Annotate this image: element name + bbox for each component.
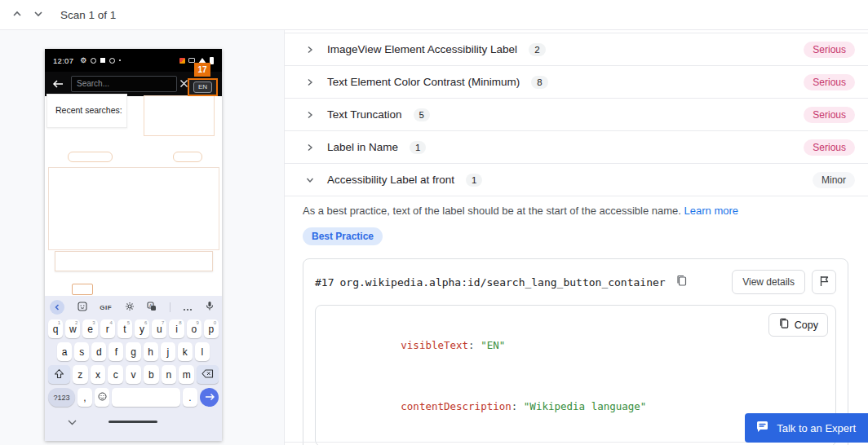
severity-badge: Serious: [804, 107, 855, 123]
search-placeholder: Search...: [77, 79, 109, 88]
severity-badge: Serious: [804, 139, 855, 156]
code-line: visibleText: "EN": [327, 315, 824, 376]
issue-detail-section: As a best practice, text of the label sh…: [285, 196, 868, 445]
nav-handle: [108, 421, 157, 423]
chat-icon: [755, 421, 769, 436]
talk-to-expert-button[interactable]: Talk to an Expert: [745, 413, 868, 443]
chevron-right-icon: [306, 78, 314, 86]
phone-nav-area: [45, 407, 222, 431]
issue-count-badge: 8: [531, 76, 547, 89]
back-arrow-icon: [52, 78, 64, 90]
language-button-label: EN: [193, 82, 212, 93]
emoji-icon: [98, 392, 107, 403]
enter-key: [200, 388, 219, 407]
screenshot-panel: 12:07 ⚙: [0, 30, 284, 445]
key-n: n: [162, 365, 177, 384]
element-highlight-chip: [173, 152, 202, 162]
next-scan-button[interactable]: [28, 4, 49, 25]
keyboard-toolbar: GIF A: [45, 296, 222, 315]
period-key: .: [183, 388, 197, 407]
key-r: 4r: [100, 319, 115, 338]
issue-row-label-in-name[interactable]: Label in Name 1 Serious: [285, 131, 868, 164]
flag-issue-button[interactable]: [812, 270, 836, 294]
key-m: m: [179, 365, 194, 384]
key-z: z: [73, 365, 88, 384]
element-highlight-box: [48, 167, 219, 250]
severity-badge: Minor: [813, 172, 855, 188]
status-notification-icons: ⚙: [80, 57, 121, 64]
key-x: x: [91, 365, 106, 384]
keyboard-row-1: 1q 2w 3e 4r 5t 6y 7u 8i 9o 0p: [45, 319, 222, 338]
copy-icon: [675, 275, 688, 289]
screen-record-icon: [179, 58, 185, 64]
key-y: 6y: [135, 319, 149, 338]
phone-search-input: Search...: [71, 76, 177, 92]
element-highlight-chip: [68, 152, 113, 162]
key-s: s: [74, 342, 89, 361]
square-icon: [100, 58, 105, 63]
keyboard-row-3: z x c v b n m: [45, 365, 222, 384]
recent-searches-label: Recent searches:: [55, 105, 122, 115]
translate-icon: A: [147, 300, 157, 315]
issue-count-badge: 5: [414, 108, 430, 121]
previous-scan-button[interactable]: [7, 4, 28, 25]
collapse-keyboard-icon: [68, 414, 77, 429]
chevron-up-icon: [12, 9, 22, 21]
keyboard-row-2: a s d f g h j k l: [45, 342, 222, 361]
issue-count-badge: 1: [466, 174, 482, 187]
key-p: 0p: [204, 319, 219, 338]
enter-arrow-icon: [205, 392, 215, 403]
key-t: 5t: [117, 319, 132, 338]
gif-key: GIF: [100, 304, 112, 311]
severity-badge: Serious: [804, 74, 855, 90]
toolbar-divider: [170, 302, 170, 312]
phone-keyboard: GIF A 1q 2w: [45, 296, 222, 441]
key-d: d: [91, 342, 106, 361]
element-highlight-box: [144, 95, 215, 136]
issue-row-text-truncation[interactable]: Text Truncation 5 Serious: [285, 99, 868, 131]
issue-row-accessibility-label-at-front[interactable]: Accessibility Label at front 1 Minor: [285, 164, 868, 196]
play-circle-icon: [109, 58, 115, 64]
key-a: a: [57, 342, 72, 361]
status-time: 12:07: [53, 56, 73, 65]
backspace-icon: [202, 369, 214, 381]
alarm-icon: [91, 58, 96, 64]
view-details-button[interactable]: View details: [732, 270, 805, 294]
issue-count-badge: 2: [529, 43, 545, 56]
keyboard-row-4: ?123 , .: [45, 388, 222, 407]
issue-marker-badge[interactable]: 17: [194, 63, 210, 77]
issue-description: As a best practice, text of the label sh…: [303, 205, 848, 217]
key-h: h: [144, 342, 158, 361]
key-o: 9o: [187, 319, 202, 338]
scan-navigation-bar: Scan 1 of 1: [0, 0, 868, 30]
shift-icon: [54, 368, 64, 381]
recent-searches-highlight: Recent searches:: [46, 94, 127, 128]
element-highlight-box: [72, 284, 93, 295]
chevron-right-icon: [306, 143, 314, 152]
issue-row-color-contrast[interactable]: Text Element Color Contrast (Minimum) 8 …: [285, 66, 868, 99]
keyboard-back-icon: [50, 300, 64, 315]
emoji-key: [95, 388, 109, 407]
comma-key: ,: [78, 388, 92, 407]
gear-icon: ⚙: [80, 57, 86, 64]
key-i: 8i: [169, 319, 184, 338]
shift-key: [48, 365, 70, 384]
symbols-key: ?123: [48, 388, 75, 407]
chevron-down-icon: [306, 176, 314, 184]
learn-more-link[interactable]: Learn more: [684, 205, 738, 217]
keyboard-settings-icon: [125, 300, 135, 315]
element-card-header: #17 org.wikipedia.alpha:id/search_lang_b…: [315, 270, 836, 294]
dot-icon: [119, 59, 121, 61]
copy-icon: [778, 318, 790, 332]
key-b: b: [144, 365, 159, 384]
key-w: 2w: [65, 319, 80, 338]
issue-row-imageview-accessibility-label[interactable]: ImageView Element Accessibility Label 2 …: [285, 33, 868, 66]
key-f: f: [108, 342, 123, 361]
key-l: l: [195, 342, 210, 361]
language-button-highlight: EN: [188, 78, 218, 96]
flag-icon: [819, 275, 830, 289]
copy-element-id-button[interactable]: [674, 273, 689, 291]
issue-number: #17: [315, 276, 334, 289]
microphone-icon: [206, 300, 214, 315]
copy-code-button[interactable]: Copy: [768, 313, 828, 337]
